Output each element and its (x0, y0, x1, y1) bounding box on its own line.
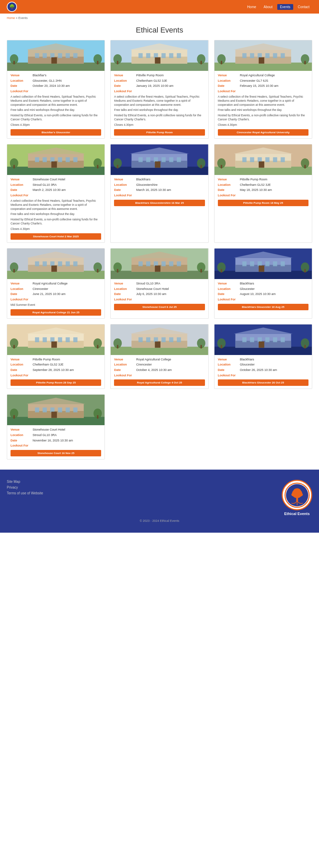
lookout-label: Lookout For (11, 374, 33, 378)
svg-rect-185 (242, 337, 246, 342)
svg-rect-65 (97, 165, 98, 168)
event-details-6: Venue Pittville Pump Room Location Chelt… (214, 175, 312, 209)
date-label: Date (218, 368, 240, 372)
nav-about[interactable]: About (261, 4, 275, 10)
footer-logo-text: Ethical Events (284, 512, 309, 516)
date-value: October 4, 2025 10:30 am (136, 368, 205, 372)
event-button-5[interactable]: Blackfriars Gloucestershire 16 Mar 25 (114, 200, 205, 206)
nav-events[interactable]: Events (277, 4, 293, 10)
event-image-10 (7, 324, 105, 355)
event-button-8[interactable]: Stonehouse Court 6 Jul 25 (114, 304, 205, 310)
event-image-9 (214, 249, 312, 279)
nav-contact[interactable]: Contact (295, 4, 312, 10)
event-button-13[interactable]: Stonehouse Court 16 Nov 25 (11, 450, 101, 456)
svg-rect-163 (111, 347, 208, 355)
event-button-11[interactable]: Royal Agricultural College 4 Oct 25 (114, 379, 205, 386)
svg-rect-78 (177, 157, 181, 162)
date-label: Date (11, 292, 33, 296)
svg-point-215 (291, 493, 296, 496)
svg-rect-19 (111, 63, 208, 71)
svg-rect-145 (304, 269, 305, 272)
event-details-2: Venue Pittville Pump Room Location Chelt… (111, 71, 208, 138)
event-image-2 (111, 40, 208, 71)
svg-rect-33 (201, 61, 202, 64)
location-label: Location (218, 363, 240, 367)
svg-rect-117 (117, 269, 118, 272)
event-image-1 (7, 40, 105, 71)
location-label: Location (11, 363, 33, 367)
svg-rect-75 (154, 157, 158, 162)
svg-rect-46 (281, 53, 285, 58)
svg-rect-127 (155, 265, 161, 272)
event-details-1: Venue Blackfiar's Location Gloucester, G… (7, 71, 105, 138)
location-label: Location (114, 79, 136, 83)
footer-privacy[interactable]: Privacy (7, 486, 43, 489)
svg-rect-35 (214, 63, 312, 71)
footer-sitemap[interactable]: Site Map (7, 480, 43, 484)
venue-label: Venue (114, 282, 136, 286)
event-button-6[interactable]: Pittville Pump Room 18 May 25 (218, 200, 308, 206)
svg-rect-122 (146, 261, 150, 266)
venue-value: Pittville Pump Room (33, 358, 101, 362)
event-image-6 (214, 144, 312, 175)
event-image-13 (7, 395, 105, 425)
event-image-8 (111, 249, 208, 279)
svg-rect-15 (51, 57, 57, 63)
date-label: Date (11, 439, 33, 443)
svg-rect-83 (214, 167, 312, 175)
venue-label: Venue (11, 428, 33, 432)
svg-rect-42 (250, 53, 254, 58)
logo-area: 🌳 (7, 2, 17, 12)
event-button-9[interactable]: Blackfriars Gloucester 10 Aug 25 (218, 304, 308, 310)
svg-rect-131 (214, 271, 312, 279)
event-button-4[interactable]: Stonehouse Court Hotel 2 Mar 2025 (11, 233, 101, 240)
lookout-label: Lookout For (11, 194, 33, 198)
footer-links: Site Map Privacy Terms of use of Website (7, 480, 43, 495)
svg-rect-93 (273, 157, 277, 162)
venue-value: Royal Agricultural College (136, 358, 205, 362)
svg-rect-27 (154, 53, 158, 58)
venue-label: Venue (11, 74, 33, 78)
location-label: Location (11, 79, 33, 83)
svg-rect-156 (58, 337, 62, 342)
location-value: Stonehouse Court Hotel (136, 287, 205, 291)
nav-home[interactable]: Home (244, 4, 259, 10)
event-details-4: Venue Stonehouse Court Hotel Location St… (7, 175, 105, 242)
event-button-1[interactable]: Blackfiar's Gloucester (11, 129, 101, 136)
event-details-13: Venue Stonehouse Court Hotel Location St… (7, 425, 105, 459)
svg-rect-142 (281, 261, 285, 266)
footer-terms[interactable]: Terms of use of Website (7, 491, 43, 495)
svg-rect-202 (43, 408, 47, 412)
location-value: Cirencester (136, 363, 205, 367)
svg-rect-155 (50, 337, 54, 342)
svg-rect-123 (154, 261, 158, 266)
svg-rect-172 (162, 337, 166, 342)
event-card-3: Venue Royal Agricultural College Locatio… (214, 40, 312, 139)
lookout-value (240, 374, 308, 378)
venue-value: Pittville Pump Room (136, 74, 205, 78)
svg-rect-137 (242, 261, 246, 266)
svg-rect-157 (65, 337, 70, 342)
event-button-3[interactable]: Cirencester Royal Agricultural Universit… (218, 129, 308, 136)
event-button-7[interactable]: Royal Agricultural College 21 Jun 25 (11, 309, 101, 316)
svg-rect-92 (265, 157, 269, 162)
event-button-2[interactable]: Pittville Pump Room (114, 129, 205, 136)
breadcrumb-home[interactable]: Home (7, 16, 15, 20)
event-card-10: Venue Pittville Pump Room Location Chelt… (7, 324, 105, 389)
event-button-12[interactable]: Blackfriars Gloucester 26 Oct 25 (218, 379, 308, 386)
venue-label: Venue (114, 74, 136, 78)
footer-logo (282, 480, 312, 510)
footer-copyright: © 2023 - 2024 Ethical Events (7, 516, 312, 522)
svg-rect-126 (177, 261, 181, 266)
svg-rect-108 (58, 261, 62, 266)
event-details-8: Venue Stroud GL10 3RA Location Stonehous… (111, 279, 208, 313)
svg-rect-181 (221, 345, 222, 348)
lookout-value (33, 90, 101, 94)
event-button-10[interactable]: Pittville Pump Room 28 Sep 25 (11, 379, 101, 386)
date-label: Date (218, 292, 240, 296)
svg-rect-174 (177, 337, 181, 342)
date-value: September 28, 2025 10:30 am (33, 368, 101, 372)
svg-rect-11 (50, 53, 54, 58)
svg-rect-91 (258, 157, 262, 162)
svg-rect-115 (111, 271, 208, 279)
